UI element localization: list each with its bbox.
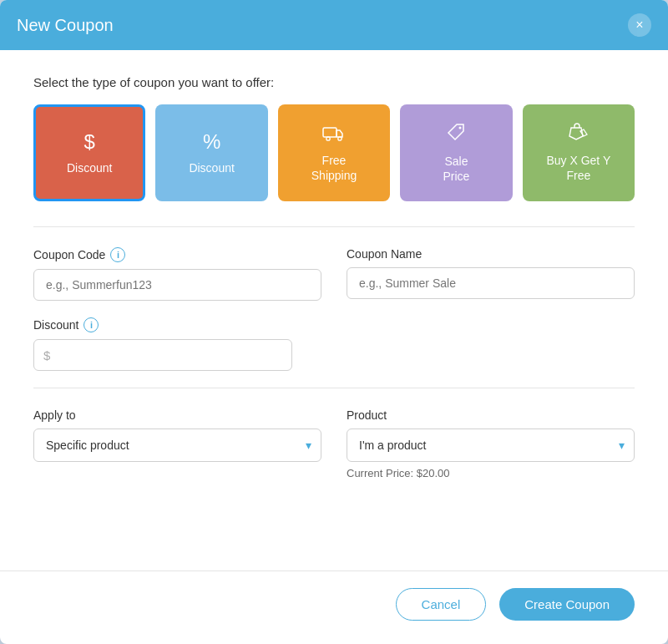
bxgy-icon <box>567 123 590 146</box>
form-row-discount: Discount i $ <box>33 317 635 371</box>
sale-label: SalePrice <box>443 154 469 184</box>
coupon-name-label: Coupon Name <box>347 247 635 261</box>
sale-icon <box>446 122 466 147</box>
form-row-code-name: Coupon Code i Coupon Name <box>33 247 635 301</box>
dollar-label: Discount <box>67 160 112 175</box>
create-coupon-button[interactable]: Create Coupon <box>499 588 635 621</box>
dollar-prefix: $ <box>43 348 50 363</box>
coupon-type-shipping[interactable]: FreeShipping <box>278 104 390 201</box>
apply-to-label: Apply to <box>33 408 321 422</box>
divider-2 <box>33 388 635 388</box>
new-coupon-modal: New Coupon × Select the type of coupon y… <box>0 0 668 644</box>
apply-to-select[interactable]: Specific product All products Entire ord… <box>33 428 321 462</box>
percent-label: Discount <box>189 160 234 175</box>
coupon-type-percent[interactable]: % Discount <box>155 104 267 201</box>
cancel-button[interactable]: Cancel <box>396 588 487 621</box>
discount-info-icon[interactable]: i <box>84 317 99 332</box>
discount-group: Discount i $ <box>33 317 292 371</box>
coupon-type-bxgy[interactable]: Buy X Get YFree <box>523 104 635 201</box>
modal-body: Select the type of coupon you want to of… <box>0 50 668 570</box>
discount-label: Discount i <box>33 317 292 332</box>
product-label: Product <box>347 408 635 422</box>
discount-input[interactable] <box>33 339 292 371</box>
modal-footer: Cancel Create Coupon <box>0 570 668 644</box>
percent-icon: % <box>203 130 220 154</box>
coupon-code-label: Coupon Code i <box>33 247 321 262</box>
coupon-code-input[interactable] <box>33 269 321 301</box>
modal-title: New Coupon <box>17 16 114 35</box>
coupon-type-sale[interactable]: SalePrice <box>400 104 512 201</box>
product-select-wrapper: I'm a product Another product ▾ <box>347 428 635 462</box>
coupon-type-selector: $ Discount % Discount FreeShipping <box>33 104 635 201</box>
coupon-name-input[interactable] <box>347 267 635 299</box>
product-select[interactable]: I'm a product Another product <box>347 428 635 462</box>
coupon-code-info-icon[interactable]: i <box>110 247 125 262</box>
coupon-type-dollar[interactable]: $ Discount <box>33 104 145 201</box>
shipping-icon <box>322 123 346 146</box>
discount-input-wrapper: $ <box>33 339 292 371</box>
svg-point-3 <box>459 127 462 129</box>
close-icon: × <box>635 18 643 32</box>
product-group: Product I'm a product Another product ▾ … <box>347 408 635 479</box>
shipping-label: FreeShipping <box>311 153 357 183</box>
apply-to-select-wrapper: Specific product All products Entire ord… <box>33 428 321 462</box>
close-button[interactable]: × <box>628 13 651 37</box>
dollar-icon: $ <box>84 130 95 154</box>
coupon-code-group: Coupon Code i <box>33 247 321 301</box>
svg-rect-0 <box>323 128 337 137</box>
apply-to-group: Apply to Specific product All products E… <box>33 408 321 479</box>
modal-header: New Coupon × <box>0 0 668 50</box>
type-selection-label: Select the type of coupon you want to of… <box>33 75 635 89</box>
divider-1 <box>33 226 635 227</box>
bxgy-label: Buy X Get YFree <box>546 153 610 183</box>
coupon-name-group: Coupon Name <box>347 247 635 301</box>
current-price-label: Current Price: $20.00 <box>347 467 635 479</box>
form-row-apply-product: Apply to Specific product All products E… <box>33 408 635 479</box>
